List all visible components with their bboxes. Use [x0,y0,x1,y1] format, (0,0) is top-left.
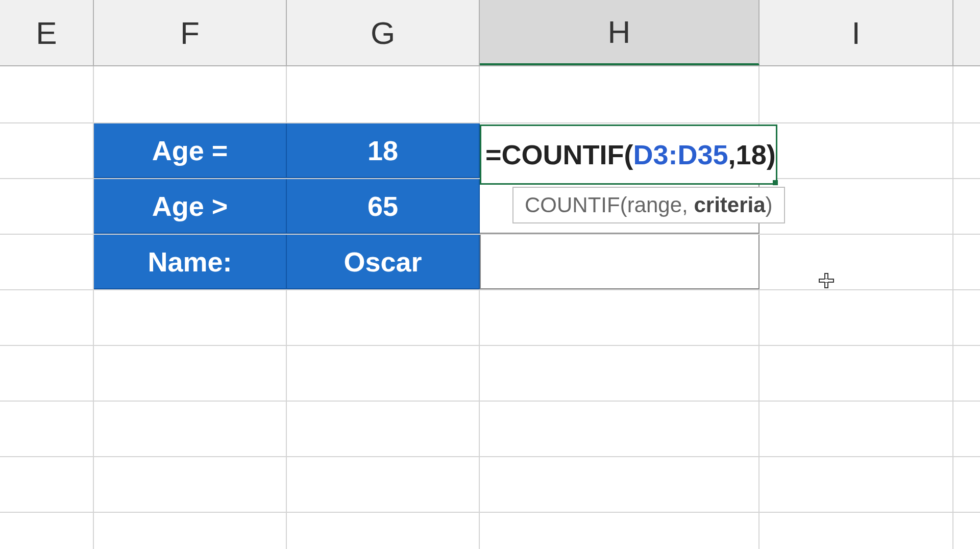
row-9 [0,513,980,549]
cell-I2[interactable] [760,123,953,178]
cell-I4[interactable] [760,235,953,289]
cell-I5[interactable] [760,290,953,345]
formula-range-arg: D3:D35 [633,139,728,170]
cell-E3[interactable] [0,179,94,234]
tooltip-sep: , [682,193,694,217]
row-6 [0,346,980,402]
cell-H5[interactable] [480,290,760,345]
cell-E6[interactable] [0,346,94,401]
row-5 [0,290,980,346]
cell-select-cursor-icon [818,272,835,289]
cell-F1[interactable] [94,66,287,122]
cell-H4[interactable] [480,235,760,289]
value-name[interactable]: Oscar [287,235,480,289]
cell-G8[interactable] [287,457,480,512]
cell-E8[interactable] [0,457,94,512]
tooltip-fn: COUNTIF [525,193,620,217]
cell-F9[interactable] [94,513,287,549]
cell-J2[interactable] [953,123,980,178]
column-header-F[interactable]: F [94,0,287,65]
cell-H9[interactable] [480,513,760,549]
formula-close-paren: ) [767,139,776,170]
formula-comma: , [728,139,736,170]
label-age-equals[interactable]: Age = [94,123,287,178]
value-age-greater[interactable]: 65 [287,179,480,234]
cell-J6[interactable] [953,346,980,401]
cell-G7[interactable] [287,402,480,456]
cell-G5[interactable] [287,290,480,345]
row-1 [0,66,980,123]
formula-function-name: COUNTIF [502,139,624,170]
cell-E9[interactable] [0,513,94,549]
formula-edit-cell[interactable]: =COUNTIF(D3:D35,18) [480,124,777,185]
cell-H7[interactable] [480,402,760,456]
value-age-equals[interactable]: 18 [287,123,480,178]
cell-G9[interactable] [287,513,480,549]
cell-E7[interactable] [0,402,94,456]
cell-J8[interactable] [953,457,980,512]
cell-E5[interactable] [0,290,94,345]
cell-J9[interactable] [953,513,980,549]
cell-J1[interactable] [953,66,980,122]
label-age-greater[interactable]: Age > [94,179,287,234]
formula-open-paren: ( [624,139,633,170]
cell-F7[interactable] [94,402,287,456]
cell-G1[interactable] [287,66,480,122]
cell-E4[interactable] [0,235,94,289]
tooltip-arg-criteria[interactable]: criteria [694,193,765,217]
cell-G6[interactable] [287,346,480,401]
formula-equals: = [485,139,502,170]
label-name[interactable]: Name: [94,235,287,289]
cell-F8[interactable] [94,457,287,512]
cell-F5[interactable] [94,290,287,345]
formula-tooltip: COUNTIF(range, criteria) [512,187,785,223]
cell-H8[interactable] [480,457,760,512]
cell-F6[interactable] [94,346,287,401]
column-headers-row: E F G H I [0,0,980,66]
column-header-I[interactable]: I [760,0,953,65]
cell-I9[interactable] [760,513,953,549]
tooltip-open: ( [620,193,627,217]
column-header-H[interactable]: H [480,0,760,65]
cell-J4[interactable] [953,235,980,289]
cell-J7[interactable] [953,402,980,456]
fill-handle[interactable] [773,180,778,185]
column-header-E[interactable]: E [0,0,94,65]
row-8 [0,457,980,513]
tooltip-arg-range[interactable]: range [627,193,682,217]
formula-criteria-arg: 18 [736,139,767,170]
svg-rect-2 [825,279,828,282]
row-3: Age > 65 [0,179,980,235]
cell-I3[interactable] [760,179,953,234]
cell-J3[interactable] [953,179,980,234]
cell-I8[interactable] [760,457,953,512]
row-7 [0,402,980,457]
cell-I1[interactable] [760,66,953,122]
cell-E1[interactable] [0,66,94,122]
cell-I6[interactable] [760,346,953,401]
cell-H1[interactable] [480,66,760,122]
cell-H6[interactable] [480,346,760,401]
column-header-next[interactable] [953,0,980,65]
cell-E2[interactable] [0,123,94,178]
cell-J5[interactable] [953,290,980,345]
tooltip-close: ) [766,193,773,217]
column-header-G[interactable]: G [287,0,480,65]
cell-I7[interactable] [760,402,953,456]
